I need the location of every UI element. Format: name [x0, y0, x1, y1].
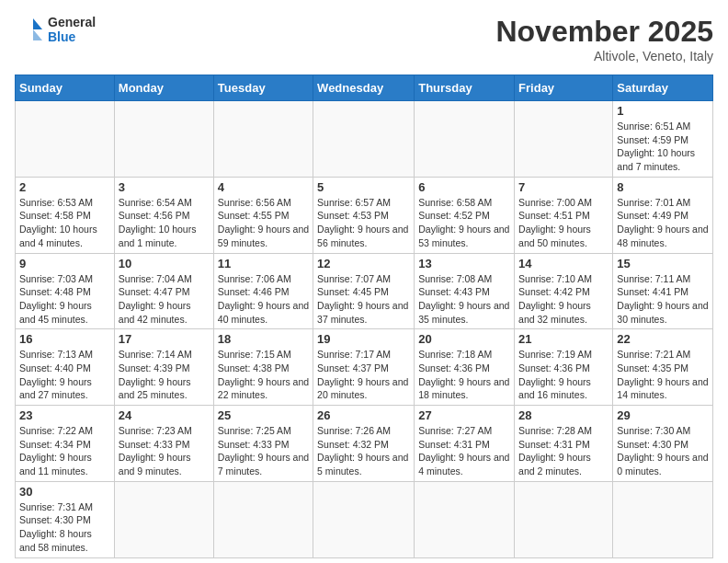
day-info: Sunrise: 7:22 AM Sunset: 4:34 PM Dayligh…	[19, 424, 110, 478]
day-info: Sunrise: 7:17 AM Sunset: 4:37 PM Dayligh…	[317, 348, 410, 402]
day-number: 8	[617, 180, 709, 194]
day-info: Sunrise: 6:56 AM Sunset: 4:55 PM Dayligh…	[218, 196, 309, 250]
calendar-cell: 13Sunrise: 7:08 AM Sunset: 4:43 PM Dayli…	[415, 253, 515, 329]
calendar-cell	[515, 481, 613, 557]
day-number: 16	[19, 332, 110, 346]
day-info: Sunrise: 7:23 AM Sunset: 4:33 PM Dayligh…	[119, 424, 210, 478]
calendar-cell: 2Sunrise: 6:53 AM Sunset: 4:58 PM Daylig…	[16, 177, 115, 253]
svg-marker-0	[33, 18, 42, 29]
day-number: 28	[518, 408, 609, 422]
day-number: 10	[119, 257, 210, 270]
calendar-cell: 29Sunrise: 7:30 AM Sunset: 4:30 PM Dayli…	[613, 406, 713, 482]
day-info: Sunrise: 7:06 AM Sunset: 4:46 PM Dayligh…	[218, 272, 309, 327]
day-number: 20	[418, 332, 510, 346]
day-info: Sunrise: 7:27 AM Sunset: 4:31 PM Dayligh…	[418, 424, 510, 478]
calendar-cell: 27Sunrise: 7:27 AM Sunset: 4:31 PM Dayli…	[415, 406, 515, 482]
calendar-cell: 10Sunrise: 7:04 AM Sunset: 4:47 PM Dayli…	[114, 253, 213, 329]
day-info: Sunrise: 7:15 AM Sunset: 4:38 PM Dayligh…	[218, 348, 309, 402]
calendar-cell: 30Sunrise: 7:31 AM Sunset: 4:30 PM Dayli…	[16, 481, 115, 557]
header-wednesday: Wednesday	[313, 75, 415, 101]
calendar-cell: 5Sunrise: 6:57 AM Sunset: 4:53 PM Daylig…	[313, 177, 415, 253]
day-number: 25	[218, 408, 309, 422]
day-number: 12	[317, 257, 410, 270]
location: Altivole, Veneto, Italy	[495, 49, 713, 63]
calendar-cell: 14Sunrise: 7:10 AM Sunset: 4:42 PM Dayli…	[515, 253, 613, 329]
calendar-cell	[114, 481, 213, 557]
calendar-cell: 23Sunrise: 7:22 AM Sunset: 4:34 PM Dayli…	[16, 406, 115, 482]
day-number: 3	[119, 180, 210, 194]
day-info: Sunrise: 7:07 AM Sunset: 4:45 PM Dayligh…	[317, 272, 410, 327]
day-info: Sunrise: 6:58 AM Sunset: 4:52 PM Dayligh…	[418, 196, 510, 250]
day-number: 15	[617, 257, 709, 270]
calendar-cell	[16, 101, 115, 178]
logo-blue: Blue	[48, 29, 96, 44]
calendar-cell: 21Sunrise: 7:19 AM Sunset: 4:36 PM Dayli…	[515, 329, 613, 406]
calendar-cell: 3Sunrise: 6:54 AM Sunset: 4:56 PM Daylig…	[114, 177, 213, 253]
day-info: Sunrise: 7:08 AM Sunset: 4:43 PM Dayligh…	[418, 272, 510, 327]
header-thursday: Thursday	[415, 75, 515, 101]
calendar-cell: 22Sunrise: 7:21 AM Sunset: 4:35 PM Dayli…	[613, 329, 713, 406]
day-info: Sunrise: 7:18 AM Sunset: 4:36 PM Dayligh…	[418, 348, 510, 402]
calendar-cell	[415, 101, 515, 178]
day-info: Sunrise: 7:14 AM Sunset: 4:39 PM Dayligh…	[119, 348, 210, 402]
day-number: 27	[418, 408, 510, 422]
day-info: Sunrise: 7:30 AM Sunset: 4:30 PM Dayligh…	[617, 424, 709, 478]
day-info: Sunrise: 6:53 AM Sunset: 4:58 PM Dayligh…	[19, 196, 110, 250]
calendar-cell: 24Sunrise: 7:23 AM Sunset: 4:33 PM Dayli…	[114, 406, 213, 482]
day-number: 18	[218, 332, 309, 346]
day-number: 21	[518, 332, 609, 346]
calendar-cell	[213, 481, 313, 557]
day-number: 14	[518, 257, 609, 270]
calendar-cell: 19Sunrise: 7:17 AM Sunset: 4:37 PM Dayli…	[313, 329, 415, 406]
day-info: Sunrise: 7:04 AM Sunset: 4:47 PM Dayligh…	[119, 272, 210, 327]
header-monday: Monday	[114, 75, 213, 101]
logo-svg	[15, 15, 44, 44]
day-number: 6	[418, 180, 510, 194]
calendar-cell	[213, 101, 313, 178]
day-info: Sunrise: 7:21 AM Sunset: 4:35 PM Dayligh…	[617, 348, 709, 402]
header-tuesday: Tuesday	[213, 75, 313, 101]
day-info: Sunrise: 7:31 AM Sunset: 4:30 PM Dayligh…	[19, 500, 110, 555]
calendar-cell	[613, 481, 713, 557]
calendar-header-row: Sunday Monday Tuesday Wednesday Thursday…	[16, 75, 713, 101]
day-info: Sunrise: 7:03 AM Sunset: 4:48 PM Dayligh…	[19, 272, 110, 327]
day-number: 9	[19, 257, 110, 270]
calendar-cell: 26Sunrise: 7:26 AM Sunset: 4:32 PM Dayli…	[313, 406, 415, 482]
calendar-cell: 8Sunrise: 7:01 AM Sunset: 4:49 PM Daylig…	[613, 177, 713, 253]
day-info: Sunrise: 7:10 AM Sunset: 4:42 PM Dayligh…	[518, 272, 609, 327]
day-number: 5	[317, 180, 410, 194]
calendar-cell: 17Sunrise: 7:14 AM Sunset: 4:39 PM Dayli…	[114, 329, 213, 406]
title-block: November 2025 Altivole, Veneto, Italy	[495, 15, 713, 63]
day-number: 11	[218, 257, 309, 270]
day-number: 23	[19, 408, 110, 422]
month-title: November 2025	[495, 15, 713, 49]
day-info: Sunrise: 6:51 AM Sunset: 4:59 PM Dayligh…	[617, 120, 709, 174]
calendar-cell	[313, 101, 415, 178]
day-info: Sunrise: 6:57 AM Sunset: 4:53 PM Dayligh…	[317, 196, 410, 250]
day-number: 17	[119, 332, 210, 346]
calendar-cell	[114, 101, 213, 178]
calendar-cell: 20Sunrise: 7:18 AM Sunset: 4:36 PM Dayli…	[415, 329, 515, 406]
header-saturday: Saturday	[613, 75, 713, 101]
calendar-cell: 6Sunrise: 6:58 AM Sunset: 4:52 PM Daylig…	[415, 177, 515, 253]
calendar-cell: 25Sunrise: 7:25 AM Sunset: 4:33 PM Dayli…	[213, 406, 313, 482]
calendar-cell: 28Sunrise: 7:28 AM Sunset: 4:31 PM Dayli…	[515, 406, 613, 482]
calendar-cell: 7Sunrise: 7:00 AM Sunset: 4:51 PM Daylig…	[515, 177, 613, 253]
svg-marker-1	[33, 29, 42, 40]
calendar-cell	[415, 481, 515, 557]
day-info: Sunrise: 7:00 AM Sunset: 4:51 PM Dayligh…	[518, 196, 609, 250]
day-number: 4	[218, 180, 309, 194]
calendar-cell: 16Sunrise: 7:13 AM Sunset: 4:40 PM Dayli…	[16, 329, 115, 406]
header-sunday: Sunday	[16, 75, 115, 101]
calendar-cell	[313, 481, 415, 557]
day-number: 19	[317, 332, 410, 346]
day-number: 7	[518, 180, 609, 194]
day-info: Sunrise: 6:54 AM Sunset: 4:56 PM Dayligh…	[119, 196, 210, 250]
day-number: 26	[317, 408, 410, 422]
logo-general: General	[48, 15, 96, 29]
calendar-cell: 11Sunrise: 7:06 AM Sunset: 4:46 PM Dayli…	[213, 253, 313, 329]
day-number: 29	[617, 408, 709, 422]
day-info: Sunrise: 7:28 AM Sunset: 4:31 PM Dayligh…	[518, 424, 609, 478]
calendar-cell: 15Sunrise: 7:11 AM Sunset: 4:41 PM Dayli…	[613, 253, 713, 329]
day-info: Sunrise: 7:26 AM Sunset: 4:32 PM Dayligh…	[317, 424, 410, 478]
